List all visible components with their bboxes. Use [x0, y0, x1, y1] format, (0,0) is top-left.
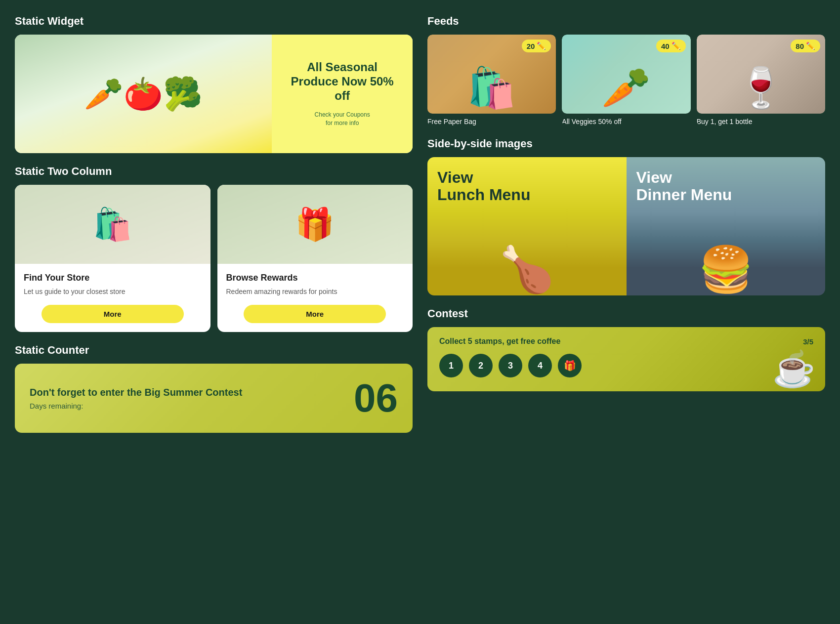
static-widget-card: 🥕🍅🥦 All Seasonal Produce Now 50% off Che…: [15, 35, 413, 153]
counter-card: Don't forget to enter the Big Summer Con…: [15, 364, 413, 433]
bag-emoji: 🛍️: [467, 65, 516, 111]
feed-points-1: 20: [527, 42, 535, 50]
feed-badge-1: 20 ✏️: [522, 40, 551, 52]
static-two-column-section: Static Two Column 🛍️ Find Your Store Let…: [15, 165, 413, 332]
stamp-gift: 🎁: [558, 354, 582, 377]
veggies-emoji: 🥕: [601, 65, 651, 111]
widget-content: All Seasonal Produce Now 50% off Check y…: [272, 35, 413, 153]
feed-image-1: 🛍️ 20 ✏️: [427, 35, 556, 114]
feed-label-2: All Veggies 50% off: [562, 118, 690, 125]
contest-cup: ☕: [772, 352, 815, 386]
feed-image-3: 🍷 80 ✏️: [697, 35, 825, 114]
feed-item-1[interactable]: 🛍️ 20 ✏️ Free Paper Bag: [427, 35, 556, 125]
feed-label-1: Free Paper Bag: [427, 118, 556, 125]
browse-rewards-title: Browse Rewards: [226, 273, 404, 283]
feed-label-3: Buy 1, get 1 bottle: [697, 118, 825, 125]
contest-header: Collect 5 stamps, get free coffee 3/5: [439, 337, 813, 346]
dinner-menu-title: ViewDinner Menu: [636, 169, 732, 204]
feed-badge-2: 40 ✏️: [656, 40, 686, 52]
static-widget-section: Static Widget 🥕🍅🥦 All Seasonal Produce N…: [15, 15, 413, 153]
static-counter-title: Static Counter: [15, 344, 413, 357]
side-by-side-section: Side-by-side images ViewLunch Menu 🍗 Vie…: [427, 137, 825, 295]
counter-text: Don't forget to enter the Big Summer Con…: [30, 386, 242, 410]
feed-points-icon-3: ✏️: [806, 42, 815, 50]
contest-card: Collect 5 stamps, get free coffee 3/5 1 …: [427, 327, 825, 391]
contest-title: Contest: [427, 307, 825, 320]
browse-rewards-image: 🎁: [217, 185, 413, 264]
left-column: Static Widget 🥕🍅🥦 All Seasonal Produce N…: [15, 15, 413, 433]
schnitzel-emoji: 🍗: [499, 244, 554, 295]
feed-points-icon-1: ✏️: [537, 42, 546, 50]
counter-subtext: Days remaining:: [30, 402, 242, 410]
feeds-section: Feeds 🛍️ 20 ✏️ Free Paper Bag: [427, 15, 825, 125]
stamp-1: 1: [439, 354, 463, 377]
contest-progress: 3/5: [803, 337, 813, 346]
widget-subtext: Check your Couponsfor more info: [315, 111, 370, 127]
lunch-menu-title: ViewLunch Menu: [437, 169, 530, 204]
find-store-more-button[interactable]: More: [42, 305, 184, 323]
stamp-4: 4: [528, 354, 552, 377]
browse-rewards-desc: Redeem amazing rewards for points: [226, 287, 404, 297]
side-by-side-title: Side-by-side images: [427, 137, 825, 150]
dinner-menu-panel[interactable]: ViewDinner Menu 🍔: [627, 157, 826, 295]
stamp-3: 3: [499, 354, 522, 377]
feed-item-3[interactable]: 🍷 80 ✏️ Buy 1, get 1 bottle: [697, 35, 825, 125]
lunch-menu-panel[interactable]: ViewLunch Menu 🍗: [427, 157, 627, 295]
browse-rewards-more-button[interactable]: More: [244, 305, 386, 323]
counter-number: 06: [354, 378, 398, 418]
static-two-column-title: Static Two Column: [15, 165, 413, 178]
feed-image-2: 🥕 40 ✏️: [562, 35, 690, 114]
widget-headline: All Seasonal Produce Now 50% off: [282, 60, 403, 103]
browse-rewards-content: Browse Rewards Redeem amazing rewards fo…: [217, 264, 413, 332]
feed-item-2[interactable]: 🥕 40 ✏️ All Veggies 50% off: [562, 35, 690, 125]
static-counter-section: Static Counter Don't forget to enter the…: [15, 344, 413, 433]
burger-emoji: 🍔: [698, 244, 754, 295]
feeds-grid: 🛍️ 20 ✏️ Free Paper Bag 🥕 40 ✏️: [427, 35, 825, 125]
find-store-image: 🛍️: [15, 185, 210, 264]
find-store-content: Find Your Store Let us guide to your clo…: [15, 264, 210, 332]
feed-points-2: 40: [661, 42, 670, 50]
contest-subtitle: Collect 5 stamps, get free coffee: [439, 337, 560, 346]
browse-rewards-card: 🎁 Browse Rewards Redeem amazing rewards …: [217, 185, 413, 332]
gift-emoji: 🎁: [295, 206, 335, 243]
veggie-emoji: 🥕🍅🥦: [84, 76, 203, 113]
widget-image: 🥕🍅🥦: [15, 35, 272, 153]
static-widget-title: Static Widget: [15, 15, 413, 28]
contest-section: Contest Collect 5 stamps, get free coffe…: [427, 307, 825, 391]
find-store-card: 🛍️ Find Your Store Let us guide to your …: [15, 185, 210, 332]
find-store-title: Find Your Store: [24, 273, 202, 283]
find-store-desc: Let us guide to your closest store: [24, 287, 202, 297]
store-emoji: 🛍️: [93, 206, 132, 243]
right-column: Feeds 🛍️ 20 ✏️ Free Paper Bag: [427, 15, 825, 433]
counter-headline: Don't forget to enter the Big Summer Con…: [30, 386, 242, 399]
feed-points-3: 80: [796, 42, 804, 50]
feeds-title: Feeds: [427, 15, 825, 28]
feed-badge-3: 80 ✏️: [791, 40, 820, 52]
side-by-side-container: ViewLunch Menu 🍗 ViewDinner Menu 🍔: [427, 157, 825, 295]
wine-emoji: 🍷: [736, 65, 786, 111]
two-col-grid: 🛍️ Find Your Store Let us guide to your …: [15, 185, 413, 332]
contest-stamps: 1 2 3 4 🎁: [439, 354, 813, 377]
feed-points-icon-2: ✏️: [672, 42, 681, 50]
stamp-2: 2: [469, 354, 493, 377]
